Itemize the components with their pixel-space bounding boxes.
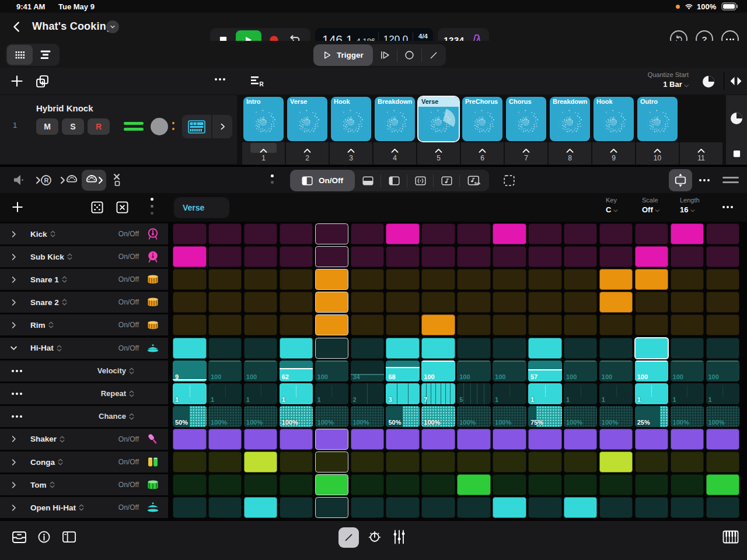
keyboard-icon[interactable]	[722, 530, 739, 544]
step-chance-14[interactable]: 25%	[635, 406, 669, 427]
step-tom-12[interactable]	[564, 474, 598, 495]
step-conga-3[interactable]	[244, 452, 278, 473]
step-kick-9[interactable]	[457, 223, 491, 244]
section-trigger-chevron[interactable]	[338, 143, 364, 153]
note-mode-button[interactable]	[434, 170, 459, 191]
step-snare-1-3[interactable]	[244, 269, 278, 290]
step-snare-2-12[interactable]	[564, 292, 598, 313]
step-sub-kick-7[interactable]	[386, 246, 420, 267]
step-tom-1[interactable]	[173, 474, 207, 495]
step-rim-3[interactable]	[244, 314, 278, 335]
step-snare-2-5[interactable]	[315, 292, 349, 313]
expand-row-chevron[interactable]	[9, 230, 18, 239]
step-snare-1-5[interactable]	[315, 269, 349, 290]
row-label-tom[interactable]: TomOn/Off	[0, 474, 168, 495]
row-label-shaker[interactable]: ShakerOn/Off	[0, 429, 168, 450]
step-repeat-9[interactable]: 5	[457, 383, 491, 404]
step-hi-hat-2[interactable]	[208, 338, 242, 359]
row-name-stepper-icon[interactable]	[62, 276, 67, 283]
step-tom-7[interactable]	[386, 474, 420, 495]
marquee-select-button[interactable]	[497, 170, 521, 191]
step-hi-hat-7[interactable]	[386, 338, 420, 359]
row-name-stepper-icon[interactable]	[48, 321, 54, 328]
key-selector[interactable]: Key C ⌵	[606, 197, 618, 214]
step-open-hi-hat-14[interactable]	[635, 497, 669, 518]
step-sub-kick-8[interactable]	[421, 246, 455, 267]
step-conga-9[interactable]	[457, 452, 491, 473]
step-rim-16[interactable]	[706, 314, 740, 335]
step-sub-kick-10[interactable]	[493, 246, 526, 267]
row-label-velocity[interactable]: Velocity	[0, 360, 168, 382]
step-tom-6[interactable]	[351, 474, 385, 495]
grid-more-button[interactable]	[699, 179, 710, 181]
step-rim-1[interactable]	[173, 314, 207, 335]
gate-mode-button[interactable]	[381, 170, 407, 191]
grid-view-button[interactable]	[7, 45, 33, 65]
velocity-mode-button[interactable]	[355, 170, 381, 191]
quantize-start-selector[interactable]: Quantize Start 1 Bar ⌵	[601, 71, 689, 89]
step-velocity-14[interactable]: 100	[635, 360, 669, 382]
step-snare-2-14[interactable]	[635, 292, 669, 313]
add-track-button[interactable]	[10, 74, 24, 88]
step-snare-1-2[interactable]	[208, 269, 242, 290]
step-snare-2-6[interactable]	[351, 292, 385, 313]
step-snare-1-6[interactable]	[351, 269, 385, 290]
step-sub-kick-2[interactable]	[208, 246, 242, 267]
section-trigger-chevron[interactable]	[601, 143, 627, 153]
step-conga-7[interactable]	[386, 452, 420, 473]
step-velocity-10[interactable]: 100	[493, 360, 526, 382]
step-repeat-14[interactable]: 1	[635, 383, 669, 404]
step-tom-5[interactable]	[315, 474, 349, 495]
step-snare-1-13[interactable]	[599, 269, 633, 290]
row-name-stepper-icon[interactable]	[67, 253, 72, 260]
step-kick-14[interactable]	[635, 223, 669, 244]
step-repeat-10[interactable]: 1	[493, 383, 526, 404]
step-sub-kick-14[interactable]	[635, 246, 669, 267]
step-tom-8[interactable]	[421, 474, 455, 495]
step-snare-1-16[interactable]	[706, 269, 740, 290]
length-selector[interactable]: Length 16 ⌵	[680, 197, 700, 214]
subrow-stepper-icon[interactable]	[129, 368, 134, 374]
step-hi-hat-13[interactable]	[599, 338, 633, 359]
step-velocity-9[interactable]: 100	[457, 360, 491, 382]
step-snare-1-8[interactable]	[421, 269, 455, 290]
subrow-options-button[interactable]	[12, 370, 22, 372]
step-tom-13[interactable]	[599, 474, 633, 495]
step-kick-11[interactable]	[528, 223, 562, 244]
step-open-hi-hat-8[interactable]	[421, 497, 455, 518]
step-kick-8[interactable]	[421, 223, 455, 244]
row-quantize-pie-icon[interactable]	[729, 111, 743, 125]
step-conga-2[interactable]	[208, 452, 242, 473]
step-snare-2-13[interactable]	[599, 292, 633, 313]
step-tom-3[interactable]	[244, 474, 278, 495]
step-snare-1-1[interactable]	[173, 269, 207, 290]
step-conga-14[interactable]	[635, 452, 669, 473]
row-name-stepper-icon[interactable]	[79, 504, 84, 511]
step-repeat-2[interactable]: 1	[208, 383, 242, 404]
step-shaker-10[interactable]	[493, 429, 526, 450]
expand-row-chevron[interactable]	[9, 435, 18, 443]
step-snare-2-11[interactable]	[528, 292, 562, 313]
step-snare-2-16[interactable]	[706, 292, 740, 313]
step-chance-10[interactable]: 100%	[493, 406, 526, 427]
smart-controls-knob-icon[interactable]	[367, 530, 382, 545]
flip-scenes-icon[interactable]	[728, 75, 743, 88]
row-label-repeat[interactable]: Repeat	[0, 383, 168, 404]
section-trigger-chevron[interactable]	[294, 143, 320, 153]
duplicate-icon[interactable]	[35, 74, 50, 89]
step-open-hi-hat-1[interactable]	[173, 497, 207, 518]
row-name-stepper-icon[interactable]	[58, 459, 63, 466]
step-kick-4[interactable]	[280, 223, 313, 244]
step-open-hi-hat-11[interactable]	[528, 497, 562, 518]
step-snare-1-7[interactable]	[386, 269, 420, 290]
pattern-more-button[interactable]	[722, 206, 733, 208]
step-rim-9[interactable]	[457, 314, 491, 335]
step-tom-15[interactable]	[671, 474, 704, 495]
step-tom-11[interactable]	[528, 474, 562, 495]
step-kick-6[interactable]	[351, 223, 385, 244]
step-kick-15[interactable]	[671, 223, 704, 244]
step-rim-2[interactable]	[208, 314, 242, 335]
step-hi-hat-14[interactable]	[635, 338, 669, 359]
step-conga-10[interactable]	[493, 452, 526, 473]
row-label-kick[interactable]: KickOn/Off	[0, 223, 168, 244]
